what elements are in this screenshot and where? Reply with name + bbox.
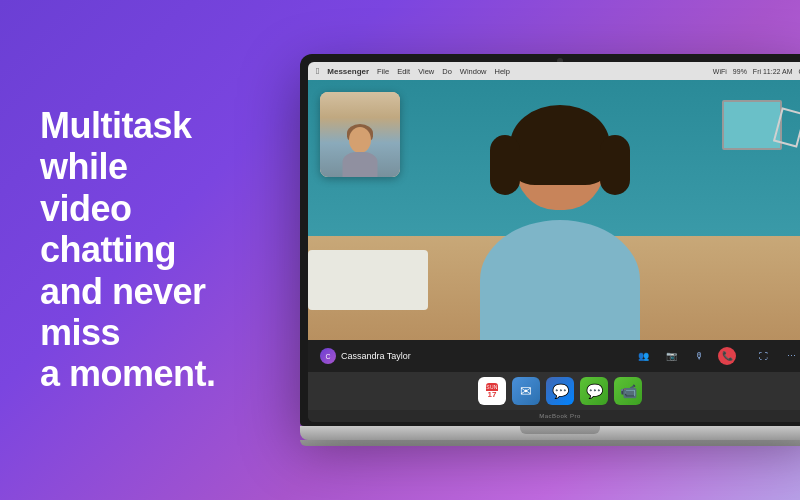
laptop-device:  Messenger File Edit View Do Window Hel…	[300, 54, 800, 446]
screen-content	[308, 80, 800, 340]
headline-line1: Multitask while	[40, 105, 192, 187]
menu-edit[interactable]: Edit	[397, 67, 410, 76]
laptop-base	[300, 426, 800, 440]
caller-name: Cassandra Taylor	[341, 351, 411, 361]
call-controls-bar: C Cassandra Taylor 👥 📷 🎙 📞 ⛶ ⋯	[308, 340, 800, 372]
menu-view[interactable]: View	[418, 67, 434, 76]
menubar:  Messenger File Edit View Do Window Hel…	[308, 62, 800, 80]
screen-bottom-bar: MacBook Pro	[308, 410, 800, 422]
dock-icon-messages[interactable]: 💬	[580, 377, 608, 405]
expand-button[interactable]: ⛶	[754, 347, 772, 365]
person-body	[480, 220, 640, 340]
app-background: Multitask while video chatting and never…	[0, 0, 800, 500]
pip-video	[320, 92, 400, 177]
laptop-body:  Messenger File Edit View Do Window Hel…	[300, 54, 800, 446]
call-control-icons: 👥 📷 🎙 📞 ⛶ ⋯	[634, 347, 800, 365]
apple-icon: 	[316, 66, 319, 76]
main-person	[460, 100, 660, 340]
room-artwork	[722, 100, 782, 150]
calendar-date: 17	[488, 391, 497, 399]
macbook-label: MacBook Pro	[539, 413, 581, 419]
wifi-icon: WiFi	[713, 68, 727, 75]
person-hair	[510, 105, 610, 185]
menu-window[interactable]: Window	[460, 67, 487, 76]
pip-person	[340, 122, 380, 177]
dock-icon-messenger[interactable]: 💬	[546, 377, 574, 405]
end-call-button[interactable]: 📞	[718, 347, 736, 365]
menu-do[interactable]: Do	[442, 67, 452, 76]
menu-help[interactable]: Help	[495, 67, 510, 76]
pip-head	[349, 127, 371, 153]
menu-file[interactable]: File	[377, 67, 389, 76]
dock-icon-mail[interactable]: ✉	[512, 377, 540, 405]
caller-info: C Cassandra Taylor	[320, 348, 626, 364]
battery-icon: 99%	[733, 68, 747, 75]
laptop-base-bottom	[300, 440, 800, 446]
headline-line3: and never miss	[40, 271, 206, 353]
clock: Fri 11:22 AM	[753, 68, 793, 75]
more-options-button[interactable]: ⋯	[782, 347, 800, 365]
participants-button[interactable]: 👥	[634, 347, 652, 365]
caller-avatar: C	[320, 348, 336, 364]
menubar-right: WiFi 99% Fri 11:22 AM Q	[713, 68, 800, 75]
screen:  Messenger File Edit View Do Window Hel…	[308, 62, 800, 422]
screen-bezel:  Messenger File Edit View Do Window Hel…	[300, 54, 800, 426]
mute-button[interactable]: 🎙	[690, 347, 708, 365]
headline: Multitask while video chatting and never…	[40, 105, 260, 395]
app-title: Messenger	[327, 67, 369, 76]
dock-icon-calendar[interactable]: SUN 17	[478, 377, 506, 405]
dock: SUN 17 ✉ 💬 💬 📹	[308, 372, 800, 410]
headline-line4: a moment.	[40, 353, 216, 394]
room-bed	[308, 250, 428, 310]
menubar-left:  Messenger File Edit View Do Window Hel…	[316, 66, 510, 76]
pip-body	[343, 152, 378, 177]
headline-line2: video chatting	[40, 188, 176, 270]
video-button[interactable]: 📷	[662, 347, 680, 365]
dock-icon-facetime[interactable]: 📹	[614, 377, 642, 405]
hero-text: Multitask while video chatting and never…	[40, 105, 260, 395]
menu-items: File Edit View Do Window Help	[377, 67, 510, 76]
pip-inner	[320, 92, 400, 177]
